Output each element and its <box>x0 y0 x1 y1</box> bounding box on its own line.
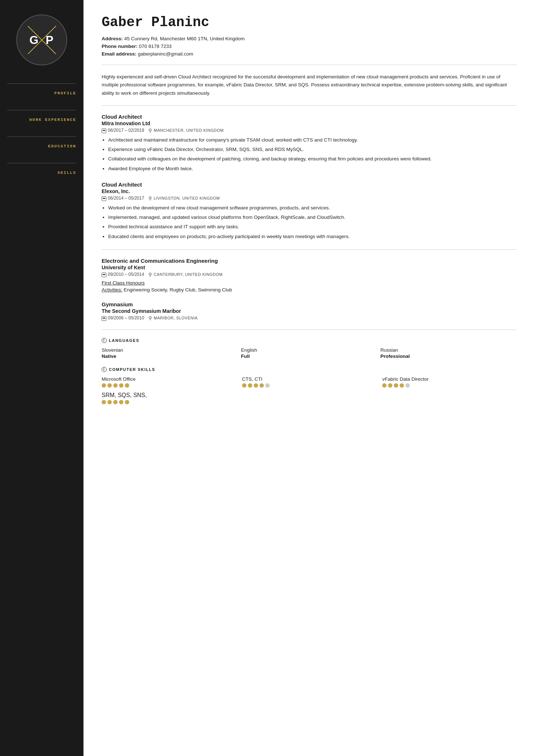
edu-degree-2: Gymnasium <box>102 301 517 307</box>
sidebar-divider-3 <box>7 136 76 137</box>
dot-4 <box>119 400 123 404</box>
computer-skills-title: i COMPUTER SKILLS <box>102 367 517 372</box>
pin-icon-2: ⚲ <box>148 196 152 201</box>
dot-3 <box>113 400 118 404</box>
divider-after-education <box>102 330 517 330</box>
dot-1 <box>382 383 387 388</box>
job-location-1: ⚲ MANCHESTER, UNITED KINGDOM <box>148 128 224 133</box>
dot-2 <box>107 400 112 404</box>
job-meta-2: 06/2014 – 05/2017 ⚲ LIVINGSTON, UNITED K… <box>102 196 517 201</box>
dot-4 <box>119 383 123 388</box>
edu-location-1: ⚲ CANTERBURY, UNITED KINGDOM <box>148 272 222 277</box>
lang-russian: Russian Professional <box>380 347 517 359</box>
dot-1 <box>102 400 106 404</box>
pin-icon-edu-2: ⚲ <box>148 315 152 321</box>
dot-5 <box>125 400 129 404</box>
dot-3 <box>113 383 118 388</box>
divider-after-profile <box>102 105 517 106</box>
dot-2 <box>107 383 112 388</box>
sidebar-divider-2 <box>7 110 76 110</box>
sidebar-divider-1 <box>7 83 76 84</box>
lang-slovenian: Slovenian Native <box>102 347 238 359</box>
main-content: Gaber Planinc Address: 45 Cunnery Rd, Ma… <box>83 0 535 756</box>
edu-dates-2: 09/2006 – 05/2010 <box>102 315 144 320</box>
bullet-2-4: Educated clients and employees on produc… <box>108 233 517 241</box>
dot-2 <box>248 383 252 388</box>
profile-section: Highly experienced and self-driven Cloud… <box>102 73 517 97</box>
activities-value-1: Engineering Society, Rugby Club, Swimmin… <box>124 287 232 293</box>
header-section: Gaber Planinc Address: 45 Cunnery Rd, Ma… <box>102 15 517 57</box>
address-line: Address: 45 Cunnery Rd, Manchester M60 1… <box>102 36 517 41</box>
phone-label: Phone number: <box>102 44 138 49</box>
skill-srm: SRM, SQS, SNS, <box>102 392 517 404</box>
edu-institution-1: University of Kent <box>102 265 517 270</box>
info-icon-languages: i <box>102 338 107 343</box>
job-bullets-1: Architected and maintained infrastructur… <box>108 136 517 173</box>
languages-subsection: i LANGUAGES Slovenian Native English Ful… <box>102 338 517 359</box>
computer-skills-grid: Microsoft Office CTS, CTI <box>102 376 517 388</box>
skill-cts-cti: CTS, CTI <box>242 376 377 388</box>
calendar-icon-edu-1 <box>102 273 106 277</box>
languages-title: i LANGUAGES <box>102 338 517 343</box>
work-block-2: Cloud Architect Elexon, Inc. 06/2014 – 0… <box>102 181 517 241</box>
job-meta-1: 06/2017 – 02/2019 ⚲ MANCHESTER, UNITED K… <box>102 128 517 133</box>
sidebar-label-work: WORK EXPERIENCE <box>7 118 76 122</box>
calendar-icon-edu-2 <box>102 316 106 321</box>
dot-3 <box>254 383 258 388</box>
bullet-1-3: Collaborated with colleagues on the deve… <box>108 155 517 163</box>
job-dates-2: 06/2014 – 05/2017 <box>102 196 144 201</box>
email-value: gaberplaninc@gmail.com <box>138 51 193 57</box>
sidebar-section-skills: SKILLS <box>7 171 76 179</box>
sidebar-section-profile: PROFILE <box>7 91 76 99</box>
edu-dates-1: 09/2010 – 05/2014 <box>102 272 144 277</box>
sidebar-section-education: EDUCATION <box>7 144 76 152</box>
edu-meta-2: 09/2006 – 05/2010 ⚲ MARIBOR, SLOVENIA <box>102 315 517 321</box>
profile-text: Highly experienced and self-driven Cloud… <box>102 73 517 97</box>
bullet-2-2: Implemented, managed, and updated variou… <box>108 213 517 221</box>
dot-4 <box>400 383 404 388</box>
dot-5 <box>405 383 410 388</box>
edu-location-2: ⚲ MARIBOR, SLOVENIA <box>148 315 197 321</box>
calendar-icon-1 <box>102 128 106 133</box>
activities-label-1: Activities: <box>102 287 122 293</box>
edu-degree-1: Electronic and Communications Engineerin… <box>102 258 517 264</box>
divider-after-work <box>102 249 517 250</box>
sidebar-label-education: EDUCATION <box>7 144 76 148</box>
bullet-2-1: Worked on the development of new cloud m… <box>108 204 517 212</box>
dot-1 <box>242 383 246 388</box>
activities-text-1: Activities: Engineering Society, Rugby C… <box>102 287 517 293</box>
skill-ms-office: Microsoft Office <box>102 376 236 388</box>
job-company-1: Mitra Innovation Ltd <box>102 120 517 126</box>
edu-institution-2: The Second Gymnasium Maribor <box>102 308 517 314</box>
job-bullets-2: Worked on the development of new cloud m… <box>108 204 517 241</box>
work-experience-section: Cloud Architect Mitra Innovation Ltd 06/… <box>102 114 517 241</box>
edu-meta-1: 09/2010 – 05/2014 ⚲ CANTERBURY, UNITED K… <box>102 272 517 277</box>
bullet-1-2: Experience using vFabric Data Director, … <box>108 146 517 154</box>
info-icon-computer: i <box>102 367 107 372</box>
computer-skills-subsection: i COMPUTER SKILLS Microsoft Office CTS, … <box>102 367 517 404</box>
email-label: Email address: <box>102 51 136 57</box>
skill-dots-ms <box>102 383 236 388</box>
sidebar-label-skills: SKILLS <box>7 171 76 175</box>
calendar-icon-2 <box>102 196 106 201</box>
address-value: 45 Cunnery Rd, Manchester M60 1TN, Unite… <box>124 36 245 41</box>
honours-link[interactable]: First Class Honours <box>102 280 517 286</box>
bullet-2-3: Provided technical assistance and IT sup… <box>108 223 517 231</box>
divider-after-header <box>102 65 517 65</box>
dot-3 <box>394 383 398 388</box>
bullet-1-1: Architected and maintained infrastructur… <box>108 136 517 144</box>
job-location-2: ⚲ LIVINGSTON, UNITED KINGDOM <box>148 196 220 201</box>
sidebar-section-work: WORK EXPERIENCE <box>7 118 76 126</box>
pin-icon-edu-1: ⚲ <box>148 272 152 277</box>
edu-block-2: Gymnasium The Second Gymnasium Maribor 0… <box>102 301 517 321</box>
education-section: Electronic and Communications Engineerin… <box>102 258 517 321</box>
job-company-2: Elexon, Inc. <box>102 188 517 194</box>
job-dates-1: 06/2017 – 02/2019 <box>102 128 144 133</box>
sidebar: G P PROFILE WORK EXPERIENCE EDUCATION SK… <box>0 0 83 756</box>
address-label: Address: <box>102 36 123 41</box>
email-line: Email address: gaberplaninc@gmail.com <box>102 51 517 57</box>
skill-dots-srm <box>102 400 517 404</box>
sidebar-label-profile: PROFILE <box>7 91 76 95</box>
work-block-1: Cloud Architect Mitra Innovation Ltd 06/… <box>102 114 517 173</box>
skills-section: i LANGUAGES Slovenian Native English Ful… <box>102 338 517 404</box>
